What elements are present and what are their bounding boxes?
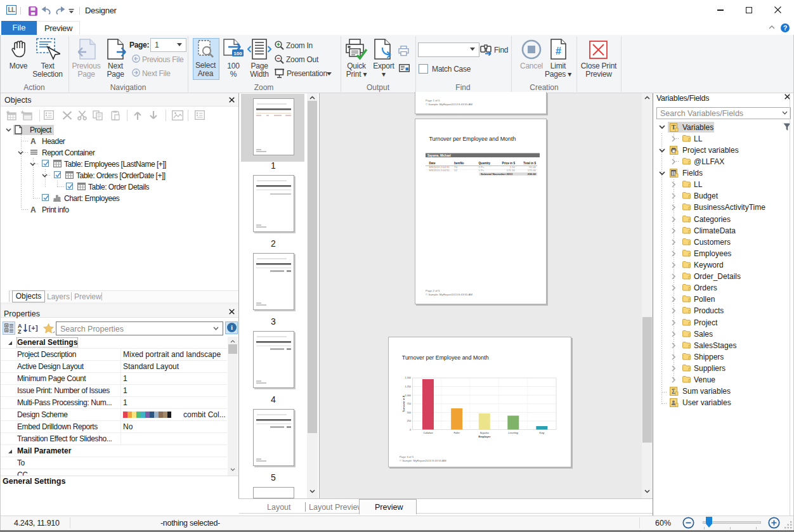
svg-text:Total in $: Total in $ — [523, 162, 536, 165]
svg-text:Σ: Σ — [672, 388, 675, 395]
svg-text:1,000: 1,000 — [405, 394, 411, 397]
svg-text:250: 250 — [407, 420, 411, 422]
svg-text:Callahan: Callahan — [424, 432, 433, 434]
svg-text:1 Pc.: 1 Pc. — [479, 169, 485, 172]
svg-text:© Sample: MyReport2013 8:43:55: © Sample: MyReport2013 8:43:55 AM — [426, 293, 472, 296]
svg-text:500: 500 — [407, 412, 411, 414]
svg-text:Suyama: Suyama — [480, 432, 489, 434]
svg-text:Date: Date — [429, 162, 436, 165]
svg-text:Sayama, Michael: Sayama, Michael — [427, 154, 451, 157]
svg-text:Page 3 of 5: Page 3 of 5 — [400, 455, 414, 458]
svg-text:52: 52 — [454, 169, 457, 172]
svg-text:Fuller: Fuller — [453, 432, 460, 434]
svg-text:Subtotal November 2013: Subtotal November 2013 — [481, 172, 513, 176]
svg-text:Employer: Employer — [478, 435, 490, 438]
svg-text:100: 100 — [233, 51, 242, 56]
svg-text:Turnover per Employee and Mont: Turnover per Employee and Month — [429, 136, 516, 142]
svg-text:ItemNo: ItemNo — [454, 162, 464, 165]
svg-text:8/9/2013 2:04:55: 8/9/2013 2:04:55 — [429, 169, 450, 172]
svg-text:1,500: 1,500 — [405, 377, 411, 379]
svg-text:Z: Z — [18, 328, 22, 334]
svg-text:230.00: 230.00 — [528, 172, 537, 176]
svg-text:0: 0 — [410, 429, 411, 431]
svg-text:© Sample: MyReport2013 8:43:55: © Sample: MyReport2013 8:43:55 AM — [400, 459, 446, 462]
svg-text:Leverling: Leverling — [509, 432, 519, 434]
svg-text:750: 750 — [407, 403, 411, 405]
svg-text:Turnover per Employee and Mont: Turnover per Employee and Month — [402, 354, 489, 361]
svg-text:#: # — [556, 46, 561, 56]
svg-text:175.10: 175.10 — [507, 169, 516, 172]
svg-text:Page 2 of 5: Page 2 of 5 — [426, 289, 440, 292]
svg-text:© Sample: MyReport2013 8:43:55: © Sample: MyReport2013 8:43:55 AM — [426, 103, 472, 106]
svg-text:King: King — [540, 432, 545, 434]
svg-text:Quantity: Quantity — [479, 162, 491, 165]
svg-text:Price in $: Price in $ — [502, 162, 516, 165]
svg-text:Turnover in $: Turnover in $ — [402, 395, 405, 412]
svg-text:1,250: 1,250 — [405, 386, 411, 388]
svg-text:Page 1 of 5: Page 1 of 5 — [426, 99, 440, 102]
svg-text:175.00: 175.00 — [528, 169, 537, 172]
